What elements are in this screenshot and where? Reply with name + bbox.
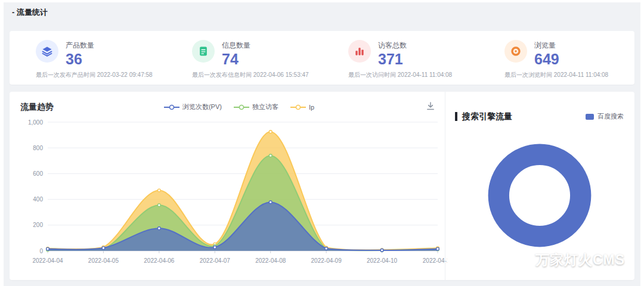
stat-meta: 最后一次浏览时间 2022-04-11 11:04:08 bbox=[504, 71, 634, 79]
svg-text:2022-04-05: 2022-04-05 bbox=[88, 257, 119, 264]
trend-section: 流量趋势 浏览次数(PV) 独立访客 Ip 020040060 bbox=[10, 92, 445, 280]
svg-text:1,000: 1,000 bbox=[28, 119, 43, 126]
download-icon[interactable] bbox=[425, 100, 436, 114]
stat-value: 371 bbox=[378, 51, 407, 67]
stat-meta: 最后一次发布产品时间 2022-03-22 09:47:58 bbox=[36, 71, 166, 79]
svg-text:400: 400 bbox=[33, 196, 43, 203]
stat-meta: 最后一次访问时间 2022-04-11 11:04:08 bbox=[348, 71, 478, 79]
stat-label: 信息数量 bbox=[222, 41, 250, 51]
stat-card-pageviews: 浏览量 649 最后一次浏览时间 2022-04-11 11:04:08 bbox=[478, 40, 634, 85]
stat-label: 访客总数 bbox=[378, 41, 407, 51]
stat-label: 产品数量 bbox=[66, 41, 94, 51]
legend-item-uv[interactable]: 独立访客 bbox=[234, 102, 278, 111]
svg-text:2022-04-04: 2022-04-04 bbox=[32, 257, 63, 264]
stats-card: 产品数量 36 最后一次发布产品时间 2022-03-22 09:47:58 bbox=[10, 31, 634, 85]
svg-text:200: 200 bbox=[33, 222, 43, 228]
stat-value: 649 bbox=[534, 51, 559, 67]
section-header: - 流量统计 bbox=[4, 2, 640, 23]
search-engine-section: 搜索引擎流量 百度搜索 bbox=[445, 92, 634, 280]
baidu-legend-label: 百度搜索 bbox=[597, 112, 624, 121]
svg-text:2022-04-08: 2022-04-08 bbox=[255, 257, 286, 264]
svg-text:2022-04-11: 2022-04-11 bbox=[423, 257, 447, 264]
search-header: 搜索引擎流量 百度搜索 bbox=[455, 112, 624, 121]
svg-text:0: 0 bbox=[39, 248, 43, 254]
dashboard-page: - 流量统计 产品数量 36 最后一次发布产品时间 2022-03-22 09:… bbox=[4, 2, 640, 286]
svg-text:800: 800 bbox=[33, 145, 43, 151]
stat-card-visitors: 访客总数 371 最后一次访问时间 2022-04-11 11:04:08 bbox=[322, 40, 478, 85]
clipboard-icon bbox=[192, 40, 215, 63]
legend-item-pv[interactable]: 浏览次数(PV) bbox=[164, 102, 222, 111]
svg-text:2022-04-10: 2022-04-10 bbox=[367, 257, 398, 264]
svg-text:2022-04-06: 2022-04-06 bbox=[144, 257, 175, 264]
stat-meta: 最后一次发布信息时间 2022-04-06 15:53:47 bbox=[192, 71, 322, 79]
bar-chart-icon bbox=[348, 40, 371, 63]
stat-label: 浏览量 bbox=[534, 41, 559, 51]
legend-swatch bbox=[586, 114, 594, 120]
donut-wrap bbox=[455, 133, 624, 258]
view-icon bbox=[504, 40, 527, 63]
svg-text:2022-04-09: 2022-04-09 bbox=[311, 257, 342, 264]
trend-header: 流量趋势 浏览次数(PV) 独立访客 Ip bbox=[20, 100, 440, 114]
stat-value: 74 bbox=[222, 51, 250, 67]
stat-card-messages: 信息数量 74 最后一次发布信息时间 2022-04-06 15:53:47 bbox=[166, 40, 322, 85]
main-panel: 流量趋势 浏览次数(PV) 独立访客 Ip 020040060 bbox=[10, 92, 634, 280]
layers-icon bbox=[36, 40, 58, 63]
page-title: - 流量统计 bbox=[12, 7, 48, 18]
svg-text:600: 600 bbox=[33, 170, 43, 177]
baidu-legend[interactable]: 百度搜索 bbox=[586, 112, 624, 121]
stat-value: 36 bbox=[66, 51, 94, 67]
search-engine-title: 搜索引擎流量 bbox=[455, 112, 512, 121]
donut-chart bbox=[477, 133, 602, 258]
trend-title: 流量趋势 bbox=[20, 102, 54, 113]
trend-legend: 浏览次数(PV) 独立访客 Ip bbox=[54, 102, 425, 111]
stat-card-products: 产品数量 36 最后一次发布产品时间 2022-03-22 09:47:58 bbox=[10, 40, 166, 85]
legend-item-ip[interactable]: Ip bbox=[290, 104, 314, 111]
svg-text:2022-04-07: 2022-04-07 bbox=[200, 257, 231, 264]
trend-chart: 02004006008001,0002022-04-042022-04-0520… bbox=[20, 115, 447, 269]
